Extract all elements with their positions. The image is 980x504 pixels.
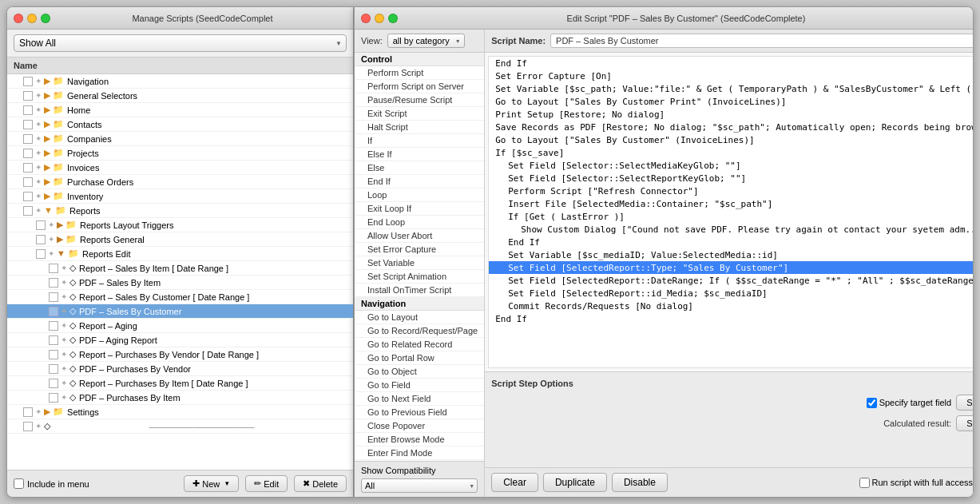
drag-handle[interactable]: ✦: [35, 422, 42, 431]
list-item[interactable]: ✦ ▼ 📁 Reports: [7, 204, 353, 218]
list-item[interactable]: ✦ ◇ Report – Sales By Customer [ Date Ra…: [7, 290, 353, 304]
list-item[interactable]: ✦ ▶ 📁 Reports Layout Triggers: [7, 218, 353, 232]
code-line[interactable]: Set Variable [$sc_mediaID; Value:Selecte…: [489, 248, 973, 261]
step-item[interactable]: Loop: [355, 189, 484, 202]
drag-handle[interactable]: ✦: [35, 192, 42, 200]
calc-result-button[interactable]: Specify...: [956, 415, 973, 431]
item-checkbox[interactable]: [49, 264, 58, 273]
code-line[interactable]: If [$sc_save]: [489, 146, 973, 159]
specify-target-button[interactable]: Specify...: [956, 395, 973, 411]
list-item[interactable]: ✦ ◇ PDF – Purchases By Vendor: [7, 362, 353, 376]
code-line[interactable]: Save Records as PDF [Restore; No dialog;…: [489, 121, 973, 133]
delete-button[interactable]: ✖ Delete: [294, 475, 347, 492]
drag-handle[interactable]: ✦: [61, 307, 67, 315]
step-item[interactable]: Go to Record/Request/Page: [355, 324, 484, 338]
code-line[interactable]: Perform Script ["Refresh Connector"]: [489, 185, 973, 197]
list-item[interactable]: ✦ ◇ Report – Sales By Item [ Date Range …: [7, 261, 353, 276]
drag-handle[interactable]: ✦: [35, 120, 42, 129]
code-line[interactable]: Go to Layout ["Sales By Customer Print" …: [489, 95, 973, 108]
code-line[interactable]: End If: [489, 57, 973, 69]
list-item[interactable]: ✦ ▶ 📁 Navigation: [7, 74, 353, 89]
step-item[interactable]: Go to Layout: [355, 311, 484, 324]
item-checkbox[interactable]: [36, 235, 46, 244]
clear-button[interactable]: Clear: [491, 473, 538, 492]
step-item[interactable]: Enter Find Mode: [355, 446, 484, 460]
list-item[interactable]: ✦ ◇ PDF – Purchases By Item: [7, 391, 353, 405]
item-checkbox[interactable]: [23, 163, 33, 173]
list-item[interactable]: ✦ ▶ 📁 Projects: [7, 146, 353, 161]
maximize-button[interactable]: [41, 14, 50, 23]
step-item[interactable]: Exit Loop If: [355, 202, 484, 216]
item-checkbox[interactable]: [49, 307, 58, 316]
list-item[interactable]: ✦ ▶ 📁 General Selectors: [7, 89, 353, 103]
drag-handle[interactable]: ✦: [61, 350, 67, 359]
step-item[interactable]: Halt Script: [355, 121, 484, 134]
item-checkbox[interactable]: [49, 393, 58, 403]
list-item[interactable]: ✦ ◇ Report – Aging: [7, 319, 353, 333]
list-item[interactable]: ✦ ▶ 📁 Invoices: [7, 161, 353, 175]
item-checkbox[interactable]: [23, 177, 33, 187]
step-item[interactable]: Go to Object: [355, 365, 484, 379]
include-in-menu-checkbox[interactable]: [14, 478, 24, 489]
step-item[interactable]: Go to Field: [355, 379, 484, 392]
list-item[interactable]: ✦ ▼ 📁 Reports Edit: [7, 247, 353, 261]
code-line[interactable]: Commit Records/Requests [No dialog]: [489, 300, 973, 312]
item-checkbox[interactable]: [23, 134, 33, 144]
step-item[interactable]: Enter Browse Mode: [355, 433, 484, 446]
step-item[interactable]: End If: [355, 175, 484, 189]
code-line[interactable]: Set Field [SelectedReport::DateRange; If…: [489, 274, 973, 287]
drag-handle[interactable]: ✦: [35, 407, 42, 416]
list-item[interactable]: ✦ ▶ 📁 Companies: [7, 132, 353, 146]
drag-handle[interactable]: ✦: [48, 220, 54, 229]
drag-handle[interactable]: ✦: [61, 379, 67, 387]
specify-target-label[interactable]: Specify target field: [867, 398, 952, 408]
step-item[interactable]: Allow User Abort: [355, 229, 484, 243]
item-checkbox[interactable]: [49, 321, 58, 331]
step-item[interactable]: Go to Portal Row: [355, 351, 484, 365]
step-item[interactable]: Pause/Resume Script: [355, 93, 484, 107]
list-item[interactable]: ✦ ▶ 📁 Settings: [7, 405, 353, 419]
item-checkbox[interactable]: [23, 120, 33, 129]
list-item[interactable]: ✦ ◇ PDF – Sales By Item: [7, 276, 353, 290]
list-item[interactable]: ✦ ◇ Report – Purchases By Vendor [ Date …: [7, 347, 353, 362]
drag-handle[interactable]: ✦: [48, 249, 54, 258]
duplicate-button[interactable]: Duplicate: [543, 473, 607, 492]
list-item[interactable]: ✦ ◇ PDF – Aging Report: [7, 333, 353, 347]
drag-handle[interactable]: ✦: [35, 134, 42, 143]
code-line[interactable]: Insert File [SelectedMedia::Container; "…: [489, 197, 973, 210]
drag-handle[interactable]: ✦: [35, 105, 42, 114]
right-close-button[interactable]: [361, 14, 371, 23]
drag-handle[interactable]: ✦: [61, 292, 67, 301]
code-line[interactable]: Set Field [Selector::SelectMediaKeyGlob;…: [489, 159, 973, 172]
list-item[interactable]: ✦ ▶ 📁 Home: [7, 103, 353, 117]
item-checkbox[interactable]: [23, 91, 33, 101]
item-checkbox[interactable]: [49, 335, 58, 345]
right-minimize-button[interactable]: [375, 14, 384, 23]
item-checkbox[interactable]: [23, 77, 33, 86]
code-line[interactable]: Set Field [SelectedReport::id_Media; $sc…: [489, 287, 973, 300]
item-checkbox[interactable]: [36, 220, 46, 230]
item-checkbox[interactable]: [49, 379, 58, 388]
new-button[interactable]: ✚ New ▼: [184, 475, 239, 492]
code-area[interactable]: End If Set Error Capture [On] Set Variab…: [488, 56, 973, 368]
drag-handle[interactable]: ✦: [61, 393, 67, 402]
drag-handle[interactable]: ✦: [35, 177, 42, 186]
new-dropdown-arrow[interactable]: ▼: [224, 480, 230, 487]
disable-button[interactable]: Disable: [612, 473, 668, 492]
list-item[interactable]: ✦ ▶ 📁 Inventory: [7, 189, 353, 204]
drag-handle[interactable]: ✦: [61, 321, 67, 330]
step-item[interactable]: If: [355, 134, 484, 148]
drag-handle[interactable]: ✦: [35, 149, 42, 157]
code-line[interactable]: Print Setup [Restore; No dialog]: [489, 108, 973, 121]
right-maximize-button[interactable]: [388, 14, 398, 23]
specify-target-checkbox[interactable]: [867, 398, 877, 408]
step-item[interactable]: End Loop: [355, 216, 484, 229]
drag-handle[interactable]: ✦: [35, 91, 42, 100]
code-line[interactable]: If [Get ( LastError )]: [489, 210, 973, 223]
drag-handle[interactable]: ✦: [35, 163, 42, 172]
drag-handle[interactable]: ✦: [61, 335, 67, 344]
item-checkbox[interactable]: [23, 192, 33, 201]
compat-select[interactable]: All: [361, 478, 478, 493]
item-checkbox[interactable]: [49, 350, 58, 359]
minimize-button[interactable]: [27, 14, 37, 23]
